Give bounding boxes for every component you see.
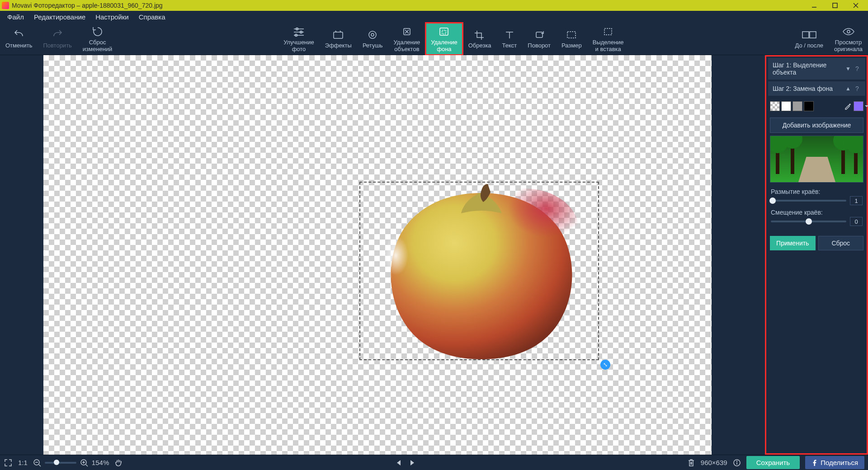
menu-file[interactable]: Файл	[3, 12, 28, 22]
sliders-icon	[293, 25, 305, 38]
target-icon	[367, 28, 378, 42]
swatch-gray[interactable]	[793, 101, 802, 111]
color-dropdown[interactable]	[854, 101, 863, 111]
fullscreen-icon[interactable]	[4, 458, 13, 467]
reset-icon	[91, 25, 104, 38]
window-titlebar: Movavi Фоторедактор – apple-1880031_960_…	[0, 0, 868, 11]
swatch-white[interactable]	[781, 101, 791, 111]
enhance-button[interactable]: Улучшение фото	[278, 23, 320, 55]
minimize-button[interactable]	[804, 0, 825, 11]
menu-help[interactable]: Справка	[134, 12, 170, 22]
status-bar: 1:1 154% 960×639 Сохранить Поделиться	[0, 455, 868, 470]
crop-icon	[474, 28, 486, 42]
menu-edit[interactable]: Редактирование	[29, 12, 90, 22]
color-swatches	[768, 98, 865, 115]
resize-handle[interactable]: ⤡	[600, 360, 610, 370]
bg-remove-icon	[438, 25, 450, 38]
zoom-in-icon[interactable]	[80, 459, 88, 467]
menu-settings[interactable]: Настройки	[91, 12, 133, 22]
panel-reset-button[interactable]: Сброс	[818, 236, 864, 250]
zoom-percent: 154%	[92, 459, 109, 466]
image-dimensions: 960×639	[701, 459, 727, 466]
effects-button[interactable]: Эффекты	[320, 23, 357, 55]
help-icon[interactable]: ?	[854, 65, 861, 72]
svg-rect-17	[536, 32, 542, 38]
rotate-icon	[533, 28, 545, 42]
view-original-button[interactable]: Просмотр оригинала	[829, 23, 868, 55]
undo-icon	[13, 28, 25, 42]
svg-line-27	[39, 465, 41, 466]
remove-background-button[interactable]: Удаление фона	[425, 23, 463, 55]
chevron-down-icon: ▼	[845, 66, 851, 72]
retouch-button[interactable]: Ретушь	[357, 23, 388, 55]
main-toolbar: Отменить Повторить Сброс изменений Улучш…	[0, 23, 868, 55]
step2-header[interactable]: Шаг 2: Замена фона ▲?	[768, 81, 865, 96]
shift-value[interactable]: 0	[850, 217, 863, 226]
shift-label: Смещение краёв:	[771, 209, 863, 216]
select-insert-button[interactable]: Выделение и вставка	[587, 23, 629, 55]
right-panel: Шаг 1: Выделение объекта ▼? Шаг 2: Замен…	[765, 55, 868, 455]
delete-icon[interactable]	[687, 458, 695, 467]
scale-1to1[interactable]: 1:1	[18, 459, 28, 466]
reset-changes-button[interactable]: Сброс изменений	[77, 23, 118, 55]
svg-point-11	[369, 31, 376, 38]
prev-image-icon[interactable]	[395, 459, 401, 466]
chevron-up-icon: ▲	[845, 85, 851, 92]
next-image-icon[interactable]	[410, 459, 416, 466]
shift-slider[interactable]	[771, 221, 846, 222]
svg-rect-18	[567, 32, 576, 38]
zoom-slider[interactable]	[45, 462, 76, 464]
compare-icon	[802, 28, 817, 42]
rotate-button[interactable]: Поворот	[522, 23, 556, 55]
selection-icon	[602, 25, 614, 38]
svg-point-34	[736, 461, 737, 461]
blur-label: Размытие краёв:	[771, 188, 863, 195]
share-button[interactable]: Поделиться	[805, 456, 864, 469]
swatch-transparent[interactable]	[770, 101, 780, 111]
remove-objects-button[interactable]: Удаление объектов	[388, 23, 426, 55]
blur-slider[interactable]	[771, 200, 846, 202]
save-button[interactable]: Сохранить	[746, 456, 800, 469]
eye-icon	[842, 25, 855, 38]
svg-rect-1	[833, 3, 837, 8]
pan-icon[interactable]	[114, 458, 123, 467]
info-icon[interactable]	[733, 459, 741, 467]
canvas-area[interactable]: ⤡	[0, 55, 765, 455]
svg-rect-21	[810, 32, 816, 38]
svg-rect-10	[334, 32, 343, 38]
close-button[interactable]	[845, 0, 866, 11]
resize-button[interactable]: Размер	[556, 23, 587, 55]
svg-point-12	[371, 33, 374, 36]
svg-point-24	[384, 216, 448, 315]
window-title: Movavi Фоторедактор – apple-1880031_960_…	[12, 2, 163, 9]
redo-button[interactable]: Повторить	[38, 23, 77, 55]
step1-header[interactable]: Шаг 1: Выделение объекта ▼?	[768, 58, 865, 80]
work-area: ⤡ Шаг 1: Выделение объекта ▼? Шаг 2: Зам…	[0, 55, 868, 455]
resize-icon	[566, 28, 577, 42]
svg-line-31	[86, 465, 88, 466]
background-thumbnail[interactable]	[770, 136, 863, 183]
eyedropper-icon[interactable]	[843, 102, 852, 111]
before-after-button[interactable]: До / после	[789, 23, 829, 55]
facebook-icon	[811, 460, 818, 466]
help-icon[interactable]: ?	[854, 85, 861, 92]
swatch-black[interactable]	[804, 101, 814, 111]
blur-value[interactable]: 1	[850, 196, 863, 205]
svg-rect-20	[802, 32, 809, 38]
crop-button[interactable]: Обрезка	[463, 23, 497, 55]
maximize-button[interactable]	[825, 0, 845, 11]
redo-icon	[51, 28, 64, 42]
image-object[interactable]	[366, 184, 597, 360]
eraser-icon	[401, 25, 413, 38]
text-icon	[504, 28, 515, 42]
svg-point-22	[847, 30, 850, 33]
app-icon	[2, 2, 9, 9]
svg-rect-19	[604, 28, 612, 35]
apply-button[interactable]: Применить	[770, 236, 816, 250]
menu-bar: Файл Редактирование Настройки Справка	[0, 11, 868, 23]
text-button[interactable]: Текст	[497, 23, 523, 55]
zoom-out-icon[interactable]	[33, 459, 41, 467]
undo-button[interactable]: Отменить	[0, 23, 38, 55]
effects-icon	[332, 28, 344, 42]
add-image-button[interactable]: Добавить изображение	[770, 118, 863, 133]
